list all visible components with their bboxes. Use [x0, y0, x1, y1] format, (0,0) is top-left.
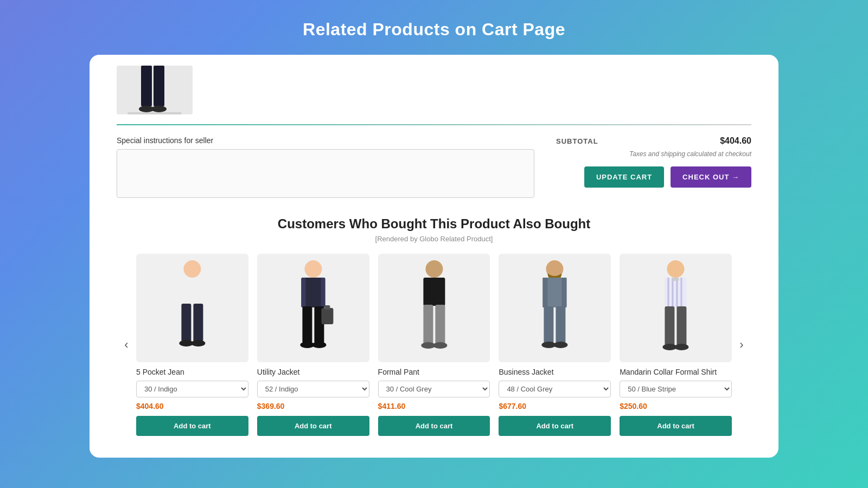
- add-to-cart-button[interactable]: Add to cart: [620, 416, 732, 436]
- svg-rect-22: [321, 308, 333, 324]
- svg-rect-45: [676, 278, 678, 307]
- svg-rect-46: [681, 278, 682, 307]
- svg-point-4: [151, 106, 167, 112]
- special-instructions-input[interactable]: [117, 149, 534, 198]
- svg-point-25: [425, 260, 443, 278]
- product-price: $677.60: [499, 402, 611, 410]
- product-name: Business Jacket: [499, 368, 611, 376]
- product-name: Mandarin Collar Formal Shirt: [620, 368, 732, 376]
- product-name: Utility Jacket: [257, 368, 369, 376]
- cart-divider: [117, 124, 751, 125]
- add-to-cart-button[interactable]: Add to cart: [136, 416, 248, 436]
- product-image: [136, 254, 248, 362]
- add-to-cart-button[interactable]: Add to cart: [257, 416, 369, 436]
- svg-point-14: [304, 260, 322, 278]
- cart-item-section: [117, 55, 751, 120]
- cart-totals: SUBTOTAL $404.60 Taxes and shipping calc…: [556, 136, 751, 188]
- svg-rect-43: [668, 278, 669, 307]
- svg-rect-8: [182, 278, 202, 305]
- svg-rect-37: [556, 306, 566, 343]
- tax-note: Taxes and shipping calculated at checkou…: [556, 150, 751, 158]
- subtotal-row: SUBTOTAL $404.60: [556, 136, 751, 146]
- svg-point-7: [183, 260, 201, 278]
- update-cart-button[interactable]: UPDATE CART: [584, 166, 664, 188]
- svg-rect-48: [665, 306, 675, 345]
- main-card: Special instructions for seller SUBTOTAL…: [90, 55, 778, 458]
- products-carousel: ‹ 5 Pocket Jean30 / Indigo32 / Indigo34 …: [117, 254, 751, 436]
- special-instructions-label: Special instructions for seller: [117, 136, 534, 145]
- add-to-cart-button[interactable]: Add to cart: [499, 416, 611, 436]
- product-card: Business Jacket48 / Cool Grey50 / Cool G…: [499, 254, 611, 436]
- svg-rect-47: [673, 278, 679, 281]
- svg-rect-27: [423, 305, 433, 344]
- related-products-title: Customers Who Bought This Product Also B…: [117, 216, 751, 232]
- page-title: Related Products on Cart Page: [0, 0, 868, 55]
- cart-bottom: Special instructions for seller SUBTOTAL…: [117, 136, 751, 200]
- product-variant-select[interactable]: 48 / Cool Grey50 / Cool Grey: [499, 381, 611, 397]
- svg-rect-10: [193, 304, 203, 342]
- product-image: [620, 254, 732, 362]
- add-to-cart-button[interactable]: Add to cart: [378, 416, 490, 436]
- carousel-prev-button[interactable]: ‹: [117, 332, 136, 357]
- product-price: $404.60: [136, 402, 248, 410]
- svg-point-39: [554, 342, 568, 348]
- svg-point-12: [191, 340, 205, 346]
- cart-item-svg: [117, 66, 193, 114]
- svg-rect-1: [141, 66, 152, 106]
- product-name: Formal Pant: [378, 368, 490, 376]
- svg-point-21: [312, 342, 326, 348]
- checkout-button[interactable]: CHECK OUT →: [671, 166, 751, 188]
- product-card: Formal Pant30 / Cool Grey32 / Cool Grey$…: [378, 254, 490, 436]
- product-image: [257, 254, 369, 362]
- svg-rect-34: [543, 278, 548, 307]
- svg-rect-28: [435, 305, 445, 344]
- product-card: Mandarin Collar Formal Shirt50 / Blue St…: [620, 254, 732, 436]
- rendered-by-text: [Rendered by Globo Related Product]: [117, 235, 751, 243]
- product-card: 5 Pocket Jean30 / Indigo32 / Indigo34 / …: [136, 254, 248, 436]
- svg-rect-17: [321, 278, 325, 307]
- cart-actions: UPDATE CART CHECK OUT →: [556, 166, 751, 188]
- related-products-section: Customers Who Bought This Product Also B…: [117, 216, 751, 436]
- product-variant-select[interactable]: 52 / Indigo54 / Indigo: [257, 381, 369, 397]
- svg-rect-44: [672, 278, 674, 307]
- subtotal-label: SUBTOTAL: [556, 137, 598, 145]
- svg-rect-9: [181, 304, 191, 342]
- svg-rect-5: [127, 112, 182, 114]
- products-list: 5 Pocket Jean30 / Indigo32 / Indigo34 / …: [136, 254, 732, 436]
- product-card: Utility Jacket52 / Indigo54 / Indigo$369…: [257, 254, 369, 436]
- carousel-next-button[interactable]: ›: [732, 332, 751, 357]
- svg-rect-49: [677, 306, 687, 345]
- svg-point-30: [433, 342, 447, 349]
- special-instructions-section: Special instructions for seller: [117, 136, 534, 200]
- product-variant-select[interactable]: 30 / Cool Grey32 / Cool Grey: [378, 381, 490, 397]
- product-variant-select[interactable]: 30 / Indigo32 / Indigo34 / Indigo: [136, 381, 248, 397]
- subtotal-value: $404.60: [720, 136, 751, 146]
- svg-rect-18: [302, 306, 312, 343]
- svg-rect-16: [301, 278, 305, 307]
- svg-rect-2: [154, 66, 164, 106]
- product-name: 5 Pocket Jean: [136, 368, 248, 376]
- svg-rect-35: [562, 278, 567, 307]
- svg-rect-23: [324, 305, 330, 310]
- product-price: $369.60: [257, 402, 369, 410]
- svg-point-41: [667, 260, 685, 278]
- svg-point-51: [675, 344, 689, 350]
- product-price: $250.60: [620, 402, 732, 410]
- product-variant-select[interactable]: 50 / Blue Stripe52 / Blue Stripe: [620, 381, 732, 397]
- cart-item-image: [117, 66, 193, 114]
- product-image: [378, 254, 490, 362]
- svg-rect-36: [544, 306, 554, 343]
- product-price: $411.60: [378, 402, 490, 410]
- svg-rect-26: [423, 278, 445, 306]
- product-image: [499, 254, 611, 362]
